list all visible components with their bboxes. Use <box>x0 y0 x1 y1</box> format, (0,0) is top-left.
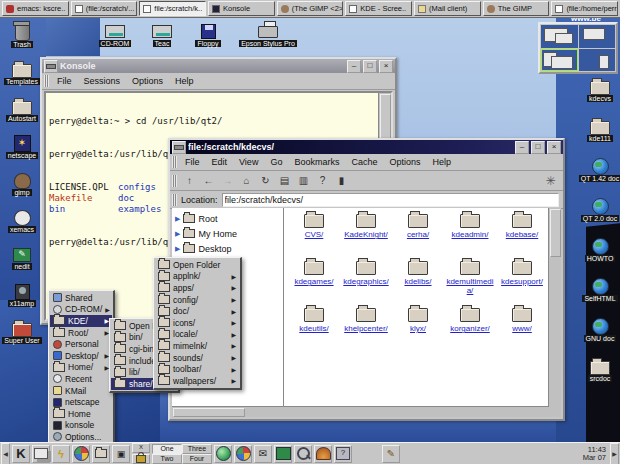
pager-desktop-4[interactable] <box>579 49 616 72</box>
menu-item-applnk[interactable]: applnk/▶ <box>155 271 239 283</box>
menu-edit[interactable]: Edit <box>206 157 234 167</box>
expand-arrow-icon[interactable]: ▶ <box>175 230 180 238</box>
home-icon[interactable]: ⌂ <box>238 173 255 188</box>
menu-help[interactable]: Help <box>426 157 457 167</box>
task-button-kde-scree[interactable]: KDE - Scree.. <box>345 1 412 16</box>
maximize-button[interactable]: □ <box>531 141 545 154</box>
scrollbar-thumb[interactable] <box>173 408 245 417</box>
menu-item-shared[interactable]: Shared <box>50 292 112 304</box>
minimize-button[interactable]: – <box>515 141 529 154</box>
folder-item[interactable]: kdebase/ <box>496 214 548 261</box>
folder-item[interactable]: klyx/ <box>392 308 444 355</box>
drag-handle[interactable] <box>172 194 177 206</box>
lock-button[interactable] <box>132 454 150 464</box>
panel-app-home[interactable] <box>92 445 110 463</box>
folder-item[interactable]: KadeKnight/ <box>340 214 392 261</box>
panel-app-kscreensaver[interactable]: ϟ <box>52 445 70 463</box>
drag-handle[interactable] <box>44 75 49 87</box>
pager-desktop-3[interactable] <box>579 25 616 48</box>
panel-app-kdisknav[interactable] <box>72 445 90 463</box>
panel-app-display[interactable]: ▣ <box>112 445 130 463</box>
help-icon[interactable]: ? <box>314 173 331 188</box>
panel-app-help[interactable] <box>274 445 292 463</box>
window-menu-icon[interactable] <box>172 141 186 154</box>
folder-item[interactable]: kdemultimedia/ <box>444 261 496 308</box>
menu-item-cdrom[interactable]: CD-ROM/▶ <box>50 304 112 316</box>
desktop-icon-kde111[interactable]: kde111 <box>578 118 620 142</box>
desktop-icon-qt20doc[interactable]: QT 2.0 doc <box>578 198 620 222</box>
desktop-icon-printer[interactable]: Epson Stylus Pro <box>238 23 298 47</box>
menu-item-icons[interactable]: icons/▶ <box>155 317 239 329</box>
back-icon[interactable]: ← <box>200 173 217 188</box>
pager-button-three[interactable]: Three <box>182 444 212 454</box>
panel-app-kcontrol[interactable] <box>234 445 252 463</box>
stop-icon[interactable]: ▮ <box>333 173 350 188</box>
pager-button-four[interactable]: Four <box>182 454 212 464</box>
menu-item-options[interactable]: Options... <box>50 431 112 443</box>
menu-item-konsole[interactable]: konsole <box>50 420 112 432</box>
drag-handle[interactable] <box>172 175 177 187</box>
tree-item-myhome[interactable]: ▶My Home <box>172 226 283 241</box>
pager-window[interactable] <box>538 22 618 74</box>
menu-item-root[interactable]: Root/▶ <box>50 327 112 339</box>
pager-desktop-2[interactable] <box>541 49 578 72</box>
desktop-icon-autostart[interactable]: Autostart <box>0 98 44 122</box>
folder-item[interactable]: kdeutils/ <box>288 308 340 355</box>
window-menu-icon[interactable] <box>44 60 58 73</box>
task-button-gimp[interactable]: The GIMP <box>483 1 550 16</box>
scrollbar-thumb[interactable] <box>380 94 391 142</box>
menu-item-mimelnk[interactable]: mimelnk/▶ <box>155 340 239 352</box>
task-button-gimp2[interactable]: (The GIMP <2>) <box>277 1 344 16</box>
menu-go[interactable]: Go <box>264 157 288 167</box>
folder-item[interactable]: cerha/ <box>392 214 444 261</box>
location-input[interactable] <box>222 193 559 207</box>
menu-cache[interactable]: Cache <box>345 157 383 167</box>
menu-item-kmail[interactable]: KMail <box>50 385 112 397</box>
desktop-icon-gimp[interactable]: gimp <box>0 172 44 196</box>
desktop-icon-xemacs[interactable]: xemacs <box>0 209 44 233</box>
desktop-icon-howto[interactable]: HOWTO <box>578 238 620 262</box>
close-button[interactable]: × <box>379 60 393 73</box>
folder-item[interactable]: kdegraphics/ <box>340 261 392 308</box>
up-icon[interactable]: ↑ <box>181 173 198 188</box>
desktop-icon-srcdoc[interactable]: srcdoc <box>578 358 620 382</box>
desktop-icon-gnudoc[interactable]: GNU doc <box>578 318 620 342</box>
expand-arrow-icon[interactable]: ▶ <box>175 245 180 253</box>
panel-hide-right-arrow[interactable]: ▶ <box>610 443 619 464</box>
menu-sessions[interactable]: Sessions <box>78 76 127 86</box>
desktop-icon-superuser[interactable]: Super User <box>0 320 44 344</box>
menu-item-toolbar[interactable]: toolbar/▶ <box>155 363 239 375</box>
menu-bookmarks[interactable]: Bookmarks <box>288 157 345 167</box>
expand-arrow-icon[interactable]: ▶ <box>175 215 180 223</box>
pager-button-one[interactable]: One <box>152 444 182 454</box>
folder-item[interactable]: korganizer/ <box>444 308 496 355</box>
panel-app-kfm[interactable] <box>214 445 232 463</box>
panel-app-konqueror[interactable] <box>314 445 332 463</box>
menu-view[interactable]: View <box>233 157 264 167</box>
task-button-kfm-1[interactable]: (file:/scratch/... <box>71 1 138 16</box>
folder-item[interactable]: CVS/ <box>288 214 340 261</box>
menu-item-config[interactable]: config/▶ <box>155 294 239 306</box>
maximize-button[interactable]: □ <box>363 60 377 73</box>
desktop-icon-qt142doc[interactable]: QT 1.42 doc <box>578 158 620 182</box>
k-menu-button[interactable]: K <box>12 445 30 463</box>
panel-app-kmail[interactable]: ✉ <box>254 445 272 463</box>
minimize-button[interactable]: – <box>347 60 361 73</box>
fm-titlebar[interactable]: file:/scratch/kdecvs/ – □ × <box>170 140 563 154</box>
scrollbar-thumb[interactable] <box>550 209 561 257</box>
menu-options[interactable]: Options <box>126 76 169 86</box>
paste-icon[interactable]: ▥ <box>295 173 312 188</box>
forward-icon[interactable]: → <box>219 173 236 188</box>
menu-item-desktop[interactable]: Desktop/▶ <box>50 350 112 362</box>
desktop-icon-netscape[interactable]: ✶netscape <box>0 135 44 159</box>
close-button[interactable]: × <box>547 141 561 154</box>
desktop-icon-selfhtml[interactable]: SelfHTML <box>578 278 620 302</box>
desktop-icon-trash[interactable]: Trash <box>0 24 44 48</box>
menu-options[interactable]: Options <box>383 157 426 167</box>
menu-item-netscape[interactable]: netscape <box>50 396 112 408</box>
task-button-mail[interactable]: (Mail client) <box>414 1 481 16</box>
menu-item-recent[interactable]: Recent <box>50 373 112 385</box>
drag-handle[interactable] <box>172 156 177 168</box>
desktop-icon-kdecvs[interactable]: kdecvs <box>578 78 620 102</box>
desktop-icon-floppy[interactable]: Floppy <box>186 23 230 47</box>
